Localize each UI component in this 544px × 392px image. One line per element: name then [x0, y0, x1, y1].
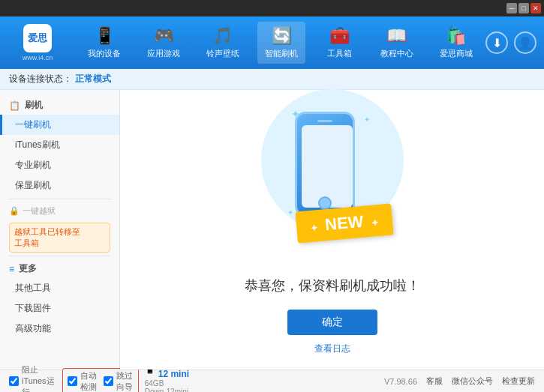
nav-tutorials[interactable]: 📖 教程中心 [373, 22, 421, 64]
phone-screen [302, 125, 353, 208]
smart-flash-icon: 🔄 [272, 26, 292, 46]
flash-section-icon: 📋 [9, 100, 20, 111]
auto-connect-checkbox-group[interactable]: 自动检测 [68, 370, 98, 393]
apps-games-icon: 🎮 [154, 26, 174, 46]
star-icon-1: ✦ [291, 108, 300, 120]
nav-isee-mall[interactable]: 🛍️ 爱思商城 [432, 22, 480, 64]
phone-illustration: ✦ ✦ ✦ NEW [287, 104, 377, 254]
main-layout: 📋 刷机 一键刷机 iTunes刷机 专业刷机 保显刷机 🔒 一键越狱 越狱工具… [0, 90, 544, 370]
nav-ringtones[interactable]: 🎵 铃声壁纸 [199, 22, 247, 64]
sidebar-divider-1 [9, 199, 110, 199]
footer: 阻止iTunes运行 自动检测 跳过向导 📱 iPhone 12 mini 64… [0, 370, 544, 392]
skip-wizard-checkbox-group[interactable]: 跳过向导 [104, 370, 134, 393]
more-section-icon: ≡ [9, 264, 14, 274]
content-area: ✦ ✦ ✦ NEW 恭喜您，保资料刷机成功啦！ 确定 查看日志 [120, 90, 544, 370]
device-storage: 64GB [145, 379, 197, 388]
flash-section-header: 📋 刷机 [0, 96, 119, 115]
confirm-button[interactable]: 确定 [287, 310, 377, 335]
logo-icon: 爱思 [23, 24, 52, 52]
sidebar-item-pro-flash[interactable]: 专业刷机 [0, 155, 119, 175]
nav-bar: 📱 我的设备 🎮 应用游戏 🎵 铃声壁纸 🔄 智能刷机 🧰 工具箱 📖 教程中心… [75, 22, 485, 64]
maximize-button[interactable]: □ [518, 3, 529, 13]
sidebar-item-save-flash[interactable]: 保显刷机 [0, 175, 119, 196]
sidebar: 📋 刷机 一键刷机 iTunes刷机 专业刷机 保显刷机 🔒 一键越狱 越狱工具… [0, 90, 120, 370]
view-log-link[interactable]: 查看日志 [314, 343, 350, 355]
sidebar-locked-jailbreak: 🔒 一键越狱 [0, 202, 119, 220]
star-icon-2: ✦ [364, 115, 370, 124]
header-actions: ⬇ 👤 [485, 31, 536, 54]
toolbox-icon: 🧰 [329, 26, 350, 46]
star-icon-3: ✦ [287, 208, 293, 217]
nav-smart-flash[interactable]: 🔄 智能刷机 [257, 22, 305, 64]
wechat-official-link[interactable]: 微信公众号 [452, 376, 493, 387]
title-bar: ─ □ ✕ [0, 0, 544, 16]
sidebar-divider-2 [9, 256, 110, 256]
sidebar-jailbreak-note: 越狱工具已转移至工具箱 [9, 223, 110, 253]
phone-speaker [317, 120, 332, 122]
device-model: Down-12mini-13,1 [145, 388, 197, 392]
app-logo: 爱思 www.i4.cn [8, 24, 68, 61]
stop-itunes-checkbox[interactable] [9, 376, 19, 386]
sidebar-item-itunes-flash[interactable]: iTunes刷机 [0, 135, 119, 155]
lock-icon: 🔒 [9, 206, 20, 216]
my-device-icon: 📱 [95, 26, 115, 46]
nav-my-device[interactable]: 📱 我的设备 [80, 22, 128, 64]
phone-home-button [318, 196, 332, 210]
close-button[interactable]: ✕ [530, 3, 541, 13]
sidebar-item-other-tools[interactable]: 其他工具 [0, 278, 119, 298]
success-message: 恭喜您，保资料刷机成功啦！ [245, 277, 420, 295]
sidebar-item-download-firmware[interactable]: 下载固件 [0, 298, 119, 319]
auto-connect-checkbox[interactable] [68, 376, 77, 386]
phone-body [295, 112, 355, 217]
minimize-button[interactable]: ─ [506, 3, 517, 13]
more-section-header: ≡ 更多 [0, 259, 119, 278]
check-update-link[interactable]: 检查更新 [502, 376, 535, 387]
nav-apps-games[interactable]: 🎮 应用游戏 [140, 22, 188, 64]
status-bar: 设备连接状态： 正常模式 [0, 69, 544, 90]
version-text: V7.98.66 [384, 377, 417, 386]
stop-itunes-checkbox-group[interactable]: 阻止iTunes运行 [9, 364, 56, 392]
nav-toolbox[interactable]: 🧰 工具箱 [317, 22, 362, 64]
sidebar-item-one-click-flash[interactable]: 一键刷机 [0, 115, 119, 135]
logo-subtitle: www.i4.cn [23, 54, 53, 61]
sidebar-item-advanced[interactable]: 高级功能 [0, 319, 119, 339]
tutorials-icon: 📖 [386, 26, 407, 46]
customer-service-link[interactable]: 客服 [426, 376, 443, 387]
user-button[interactable]: 👤 [514, 31, 536, 54]
phone-illustration-container: ✦ ✦ ✦ NEW [287, 104, 377, 254]
skip-wizard-checkbox[interactable] [104, 376, 113, 386]
header: 爱思 www.i4.cn 📱 我的设备 🎮 应用游戏 🎵 铃声壁纸 🔄 智能刷机… [0, 16, 544, 69]
isee-mall-icon: 🛍️ [446, 26, 466, 46]
download-button[interactable]: ⬇ [485, 31, 508, 54]
flash-section: 📋 刷机 一键刷机 iTunes刷机 专业刷机 保显刷机 [0, 96, 119, 196]
checkbox-box: 自动检测 跳过向导 [62, 368, 139, 393]
ringtones-icon: 🎵 [212, 26, 233, 46]
more-section: ≡ 更多 其他工具 下载固件 高级功能 [0, 259, 119, 339]
footer-right: V7.98.66 客服 微信公众号 检查更新 [384, 376, 535, 387]
